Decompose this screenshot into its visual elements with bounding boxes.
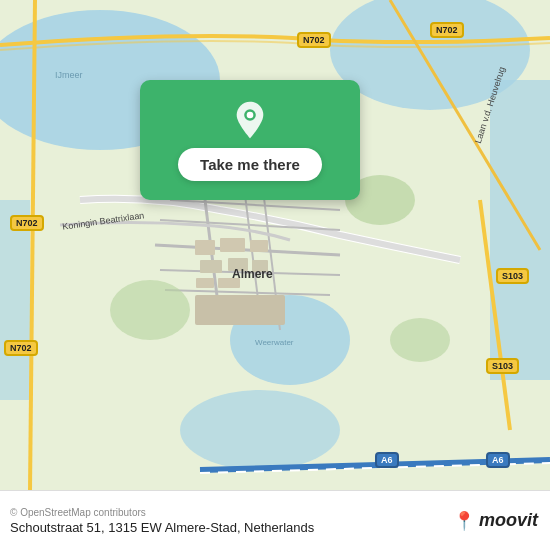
moovit-pin-icon: 📍 bbox=[453, 510, 475, 532]
svg-rect-7 bbox=[195, 240, 215, 255]
svg-point-23 bbox=[247, 111, 254, 118]
app-container: Almere IJmeer Weerwater N702 N702 N702 N… bbox=[0, 0, 550, 550]
bottom-bar: © OpenStreetMap contributors Schoutstraa… bbox=[0, 490, 550, 550]
svg-rect-13 bbox=[196, 278, 214, 288]
location-pin-icon bbox=[230, 100, 270, 140]
take-me-there-button[interactable]: Take me there bbox=[178, 148, 322, 181]
map-svg: Almere IJmeer Weerwater bbox=[0, 0, 550, 490]
svg-point-5 bbox=[180, 390, 340, 470]
moovit-logo: 📍 moovit bbox=[453, 510, 538, 532]
location-card: Take me there bbox=[140, 80, 360, 200]
moovit-brand-text: moovit bbox=[479, 510, 538, 531]
svg-text:Weerwater: Weerwater bbox=[255, 338, 294, 347]
svg-rect-8 bbox=[220, 238, 245, 252]
svg-text:IJmeer: IJmeer bbox=[55, 70, 83, 80]
svg-rect-15 bbox=[195, 295, 285, 325]
svg-point-18 bbox=[390, 318, 450, 362]
svg-text:Almere: Almere bbox=[232, 267, 273, 281]
bottom-info: © OpenStreetMap contributors Schoutstraa… bbox=[10, 507, 314, 535]
svg-rect-9 bbox=[250, 240, 268, 252]
map-area: Almere IJmeer Weerwater N702 N702 N702 N… bbox=[0, 0, 550, 490]
address-display: Schoutstraat 51, 1315 EW Almere-Stad, Ne… bbox=[10, 520, 314, 535]
svg-rect-10 bbox=[200, 260, 222, 273]
svg-point-17 bbox=[110, 280, 190, 340]
osm-attribution: © OpenStreetMap contributors bbox=[10, 507, 314, 518]
svg-rect-6 bbox=[0, 200, 30, 400]
